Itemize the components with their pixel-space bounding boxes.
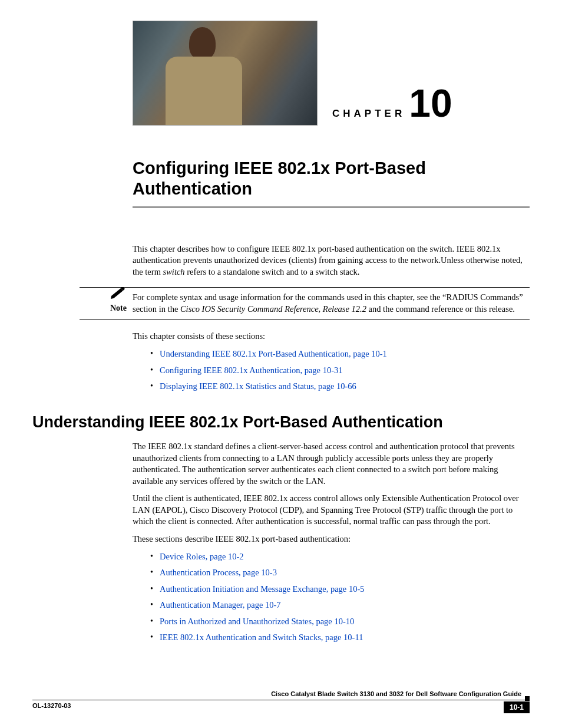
section-p2: Until the client is authenticated, IEEE … xyxy=(133,493,530,528)
toc-link[interactable]: Configuring IEEE 802.1x Authentication, … xyxy=(160,365,342,375)
section-link[interactable]: Authentication Process, page 10-3 xyxy=(160,568,277,577)
section-link[interactable]: Ports in Authorized and Unauthorized Sta… xyxy=(160,617,354,626)
note-block: Note For complete syntax and usage infor… xyxy=(80,287,530,320)
list-item: Authentication Manager, page 10-7 xyxy=(150,599,530,611)
list-item: Configuring IEEE 802.1x Authentication, … xyxy=(150,365,530,377)
toc-link[interactable]: Understanding IEEE 802.1x Port-Based Aut… xyxy=(160,349,387,358)
list-item: Authentication Process, page 10-3 xyxy=(150,567,530,579)
intro-switch-term: switch xyxy=(163,267,185,276)
note-text-b: and the command reference or this releas… xyxy=(366,304,515,314)
footer-page-number: 10-1 xyxy=(504,701,530,713)
hero-image xyxy=(133,21,318,126)
intro-paragraph: This chapter describes how to configure … xyxy=(133,243,530,278)
section-link[interactable]: Device Roles, page 10-2 xyxy=(160,552,244,561)
footer-guide-title: Cisco Catalyst Blade Switch 3130 and 303… xyxy=(271,690,521,699)
list-item: Device Roles, page 10-2 xyxy=(150,551,530,563)
note-sidebar: Note xyxy=(80,287,127,314)
list-item: Understanding IEEE 802.1x Port-Based Aut… xyxy=(150,348,530,360)
footer-doc-id: OL-13270-03 xyxy=(32,701,71,710)
page-footer: Cisco Catalyst Blade Switch 3130 and 303… xyxy=(32,690,530,713)
toc-link[interactable]: Displaying IEEE 802.1x Statistics and St… xyxy=(160,381,356,391)
consists-text: This chapter consists of these sections: xyxy=(133,331,530,342)
chapter-label-block: CHAPTER 10 xyxy=(332,88,452,121)
section-links: Device Roles, page 10-2 Authentication P… xyxy=(150,551,530,644)
pencil-icon xyxy=(110,287,127,299)
section-p1: The IEEE 802.1x standard defines a clien… xyxy=(133,441,530,487)
note-text-italic: Cisco IOS Security Command Reference, Re… xyxy=(180,304,366,314)
list-item: Displaying IEEE 802.1x Statistics and St… xyxy=(150,381,530,393)
chapter-title: Configuring IEEE 802.1x Port-Based Authe… xyxy=(133,158,530,208)
chapter-number: 10 xyxy=(409,88,452,119)
note-label: Note xyxy=(110,304,127,312)
page-header: CHAPTER 10 xyxy=(133,21,530,126)
chapter-label: CHAPTER xyxy=(332,107,405,121)
list-item: IEEE 802.1x Authentication and Switch St… xyxy=(150,632,530,644)
chapter-toc: Understanding IEEE 802.1x Port-Based Aut… xyxy=(150,348,530,393)
section-link[interactable]: Authentication Initiation and Message Ex… xyxy=(160,584,365,594)
section-title: Understanding IEEE 802.1x Port-Based Aut… xyxy=(32,411,530,433)
list-item: Authentication Initiation and Message Ex… xyxy=(150,584,530,595)
section-link[interactable]: Authentication Manager, page 10-7 xyxy=(160,600,281,610)
list-item: Ports in Authorized and Unauthorized Sta… xyxy=(150,616,530,628)
section-p3: These sections describe IEEE 802.1x port… xyxy=(133,533,530,545)
intro-text-b: refers to a standalone switch and to a s… xyxy=(185,267,360,276)
section-link[interactable]: IEEE 802.1x Authentication and Switch St… xyxy=(160,633,363,642)
